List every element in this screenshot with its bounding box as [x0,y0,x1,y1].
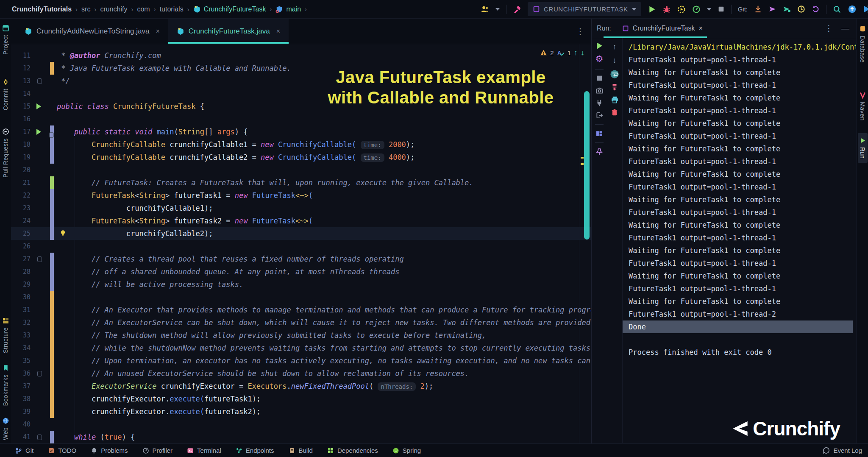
change-marker[interactable] [50,367,54,380]
update-available-icon[interactable] [848,5,857,14]
statusbar-item-todo[interactable]: TODO [48,447,76,454]
change-marker[interactable] [50,380,54,393]
left-stripe-item-structure[interactable]: Structure [2,317,9,353]
change-marker[interactable] [50,405,54,418]
run-settings-gear-icon[interactable]: ⚙ [595,54,604,64]
fold-icon[interactable] [37,256,42,262]
change-marker[interactable] [50,291,54,304]
fold-icon[interactable] [37,435,42,440]
right-stripe-item-maven[interactable]: Maven [859,92,866,121]
change-marker[interactable] [50,253,54,265]
breadcrumb-item[interactable]: src [81,6,90,13]
local-history-button[interactable] [797,5,805,13]
change-marker[interactable] [50,138,54,151]
print-icon[interactable] [611,96,619,104]
tab-close-icon[interactable]: × [156,28,159,35]
change-marker[interactable] [50,431,54,443]
breadcrumb-item[interactable]: crunchify [100,6,127,13]
layout-settings-icon[interactable] [595,130,603,137]
statusbar-item-endpoints[interactable]: Endpoints [236,447,274,454]
statusbar-item-problems[interactable]: Problems [91,447,128,454]
left-stripe-item-project[interactable]: Project [2,25,9,55]
breadcrumb-item[interactable]: CrunchifyFutureTask [193,6,266,13]
left-stripe-item-pull-requests[interactable]: Pull Requests [2,128,9,178]
run-with-coverage-button[interactable] [677,5,686,14]
change-marker[interactable] [50,176,54,189]
breadcrumb-item[interactable]: CrunchifyTutorials [12,6,72,13]
scroll-to-end-icon[interactable] [611,84,618,91]
error-stripe-mark[interactable] [581,163,584,165]
fold-icon[interactable] [37,371,42,376]
left-stripe-item-web[interactable]: Web [2,417,9,440]
run-options-kebab-icon[interactable]: ⋮ [825,23,833,33]
pin-tab-icon[interactable] [595,148,603,156]
change-marker[interactable] [50,151,54,164]
export-icon[interactable] [595,111,603,119]
profiler-button[interactable] [692,5,701,14]
change-marker[interactable] [50,189,54,202]
build-hammer-icon[interactable] [513,5,521,14]
editor-tab[interactable]: CrunchifyAddNewLineToString.java× [16,19,168,44]
editor-scrollbar-thumb[interactable] [584,91,590,240]
change-marker[interactable] [50,354,54,367]
editor-tab[interactable]: CrunchifyFutureTask.java× [168,19,289,44]
git-commit-push-button[interactable] [783,5,791,13]
right-stripe-item-run[interactable]: Run [858,133,868,162]
statusbar-item-build[interactable]: Build [289,447,313,454]
fold-icon[interactable] [37,78,42,84]
left-stripe-item-bookmarks[interactable]: Bookmarks [2,364,9,406]
run-line-icon[interactable] [36,103,41,109]
right-stripe-item-database[interactable]: Database [859,25,866,63]
profiler-caret-icon[interactable] [707,8,711,11]
debug-button[interactable] [662,5,671,14]
clear-console-trash-icon[interactable] [611,109,618,116]
statusbar-item-profiler[interactable]: Profiler [142,447,173,454]
rollback-button[interactable] [812,5,820,13]
change-marker[interactable] [50,265,54,278]
prev-issue-button[interactable]: ↑ [574,48,578,57]
change-marker[interactable] [50,278,54,291]
run-tab[interactable]: CrunchifyFutureTask × [618,19,707,38]
change-marker[interactable] [50,316,54,329]
run-tab-close-icon[interactable]: × [699,25,703,32]
run-console[interactable]: /Library/Java/JavaVirtualMachines/jdk-17… [622,38,856,443]
fold-icon[interactable] [49,132,54,138]
search-everywhere-icon[interactable] [833,5,841,14]
breadcrumb-item[interactable]: com [137,6,150,13]
change-marker[interactable] [50,227,54,240]
run-button[interactable] [648,5,656,14]
statusbar-item-terminal[interactable]: Terminal [187,447,221,454]
change-marker[interactable] [50,342,54,354]
thread-dump-camera-icon[interactable] [595,86,604,95]
run-configuration-select[interactable]: CRUNCHIFYFUTURETASK [528,2,641,16]
code-editor[interactable]: 11 * @author Crunchify.com12 * Java Futu… [11,44,591,443]
rerun-button[interactable] [597,42,602,49]
users-caret-icon[interactable] [495,8,500,11]
breadcrumb-item[interactable]: tutorials [160,6,184,13]
event-log-button[interactable]: Event Log [823,447,862,454]
statusbar-item-spring[interactable]: Spring [392,447,421,454]
statusbar-item-dependencies[interactable]: Dependencies [327,447,378,454]
stop-button[interactable] [718,6,725,13]
run-line-icon[interactable] [36,129,41,135]
change-marker[interactable] [50,62,54,75]
ide-features-icon[interactable] [863,5,868,14]
git-update-button[interactable] [754,5,762,13]
change-marker[interactable] [50,202,54,215]
statusbar-item-git[interactable]: Git [15,447,33,454]
soft-wrap-icon[interactable] [610,70,619,79]
down-stacktrace-icon[interactable]: ↓ [613,56,617,65]
breadcrumb-item[interactable]: main [275,6,301,13]
git-push-button[interactable] [768,5,776,13]
next-issue-button[interactable]: ↓ [581,48,584,57]
tab-close-icon[interactable]: × [276,28,280,35]
inspection-widget[interactable]: 2 A 1 ↑ ↓ [540,48,584,57]
attach-plug-icon[interactable] [595,99,603,107]
stop-process-button[interactable] [596,75,603,82]
up-stacktrace-icon[interactable]: ↑ [613,42,617,51]
users-icon[interactable] [481,5,489,14]
change-marker[interactable] [50,329,54,342]
error-stripe-mark[interactable] [581,157,584,159]
tabs-options-kebab-icon[interactable]: ⋮ [576,26,591,36]
left-stripe-item-commit[interactable]: Commit [2,78,9,110]
